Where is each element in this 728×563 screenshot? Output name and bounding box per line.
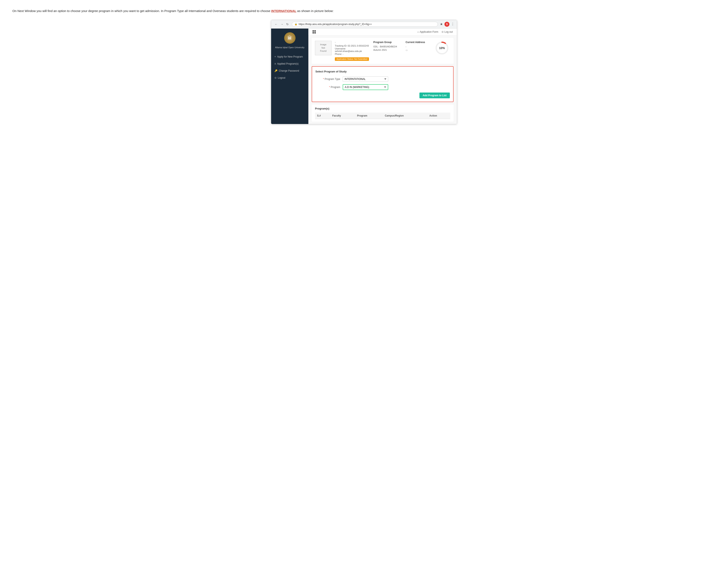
program-type-group: * Program Type INTERNTATIONAL LOCAL <box>315 76 450 82</box>
programs-table: S.# Faculty Program Campus/Region Action <box>315 113 450 119</box>
profile-card: Image Not Found - Tracking ID: 02-2021-3… <box>312 38 454 64</box>
program-group-value: ODL - BA/BS/AD/BED4 <box>373 45 402 48</box>
col-program: Program <box>355 113 383 119</box>
browser-nav: ← → ↻ <box>274 22 290 26</box>
add-program-button[interactable]: Add Program to List <box>419 92 450 98</box>
university-logo: 🏛 <box>284 32 296 44</box>
top-bar: ⌂ Application Form ⊙ Log out <box>308 29 457 35</box>
profile-dash: - <box>335 41 370 44</box>
home-icon: ⌂ <box>417 30 419 33</box>
sidebar-item-apply[interactable]: + Apply for New Program <box>271 53 308 60</box>
profile-tracking: Tracking ID: 02-2021-3-00162243 <box>335 44 370 47</box>
plus-icon: + <box>274 55 276 58</box>
progress-circle: 10% <box>435 41 449 55</box>
progress-section: 10% <box>434 41 450 55</box>
top-bar-right: ⌂ Application Form ⊙ Log out <box>417 30 453 33</box>
browser-window: ← → ↻ 🔒 https://fmbp.aiou.edu.pk/applica… <box>271 20 457 124</box>
menu-button[interactable]: ⋮ <box>451 22 454 26</box>
main-content: ⌂ Application Form ⊙ Log out Image Not F… <box>308 29 457 124</box>
program-group-form: * Program A.D IN (MARKETING) B.A B.S <box>315 84 450 90</box>
user-avatar[interactable]: S <box>444 22 449 27</box>
programs-section: Program(s) S.# Faculty Program Campus/Re… <box>312 104 454 121</box>
address-bar[interactable]: 🔒 https://fmbp.aiou.edu.pk/application/p… <box>292 22 438 27</box>
logout-link[interactable]: ⊙ Log out <box>442 30 453 33</box>
profile-info: - Tracking ID: 02-2021-3-00162243 Userna… <box>335 41 370 61</box>
logo-circle: 🏛 <box>284 32 296 44</box>
program-group: Program Group ODL - BA/BS/AD/BED4 Autumn… <box>373 41 402 52</box>
profile-image: Image Not Found <box>315 41 332 55</box>
list-icon: ≡ <box>274 62 276 65</box>
sidebar-item-apply-label: Apply for New Program <box>277 55 303 58</box>
browser-chrome: ← → ↻ 🔒 https://fmbp.aiou.edu.pk/applica… <box>271 20 457 29</box>
back-button[interactable]: ← <box>274 22 279 26</box>
grid-icon <box>313 30 316 34</box>
programs-section-title: Program(s) <box>315 107 450 110</box>
status-badge: Application Status: Not Submitted <box>335 57 369 61</box>
program-type-select[interactable]: INTERNTATIONAL LOCAL <box>343 76 388 82</box>
intro-text-after: as shown in picture below: <box>296 9 334 13</box>
select-program-section: Select Program of Study * Program Type I… <box>312 66 454 102</box>
image-not-found-text: Image Not Found <box>320 43 326 53</box>
col-faculty: Faculty <box>330 113 355 119</box>
sidebar-nav: + Apply for New Program ≡ Applied Progra… <box>271 53 308 81</box>
program-select[interactable]: A.D IN (MARKETING) B.A B.S <box>343 84 388 90</box>
add-button-container: Add Program to List <box>315 92 450 98</box>
program-type-label: * Program Type <box>315 78 340 80</box>
logout-nav-icon: ⊙ <box>274 76 277 79</box>
sidebar-item-logout-label: Logout <box>278 76 285 79</box>
current-address-dash: - <box>406 45 430 48</box>
international-highlight: INTERNATIONAL <box>271 9 296 13</box>
intro-paragraph: On Next Window you will find an option t… <box>12 8 716 14</box>
top-bar-left <box>313 30 316 34</box>
forward-button[interactable]: → <box>279 22 284 26</box>
sidebar-item-applied-label: Applied Program(s) <box>277 62 298 65</box>
sidebar: 🏛 Allama Iqbal Open University + Apply f… <box>271 29 308 124</box>
logout-top-icon: ⊙ <box>442 30 444 33</box>
program-group-label: Program Group <box>373 41 402 44</box>
app-layout: 🏛 Allama Iqbal Open University + Apply f… <box>271 29 457 124</box>
col-action: Action <box>427 113 450 119</box>
refresh-button[interactable]: ↻ <box>285 22 290 26</box>
sidebar-item-logout[interactable]: ⊙ Logout <box>271 74 308 81</box>
sidebar-item-applied[interactable]: ≡ Applied Program(s) <box>271 60 308 67</box>
key-icon: 🔑 <box>274 69 278 72</box>
col-campus: Campus/Region <box>383 113 427 119</box>
select-program-title: Select Program of Study <box>315 70 450 73</box>
star-button[interactable]: ★ <box>440 22 443 26</box>
program-group-season: Autumn 2021 <box>373 48 402 52</box>
program-label: * Program <box>315 86 340 89</box>
progress-text: 10% <box>439 46 445 50</box>
sidebar-item-password[interactable]: 🔑 Change Password <box>271 67 308 74</box>
browser-actions: ★ S ⋮ <box>440 22 454 27</box>
current-address-value: -;- <box>406 48 430 52</box>
lock-icon: 🔒 <box>295 23 297 25</box>
current-address-label: Current Address <box>406 41 430 44</box>
table-header-row: S.# Faculty Program Campus/Region Action <box>315 113 450 119</box>
url-text: https://fmbp.aiou.edu.pk/application/pro… <box>299 23 372 26</box>
application-form-link[interactable]: ⌂ Application Form <box>417 30 438 33</box>
university-name: Allama Iqbal Open University <box>275 46 304 49</box>
current-address: Current Address - -;- <box>406 41 430 52</box>
sidebar-item-password-label: Change Password <box>279 69 299 72</box>
profile-username: Username: sehrish.khan@aiou.edu.pk <box>335 47 370 52</box>
profile-phone: Phone: - <box>335 53 370 55</box>
intro-text-before: On Next Window you will find an option t… <box>12 9 271 13</box>
col-serial: S.# <box>315 113 330 119</box>
